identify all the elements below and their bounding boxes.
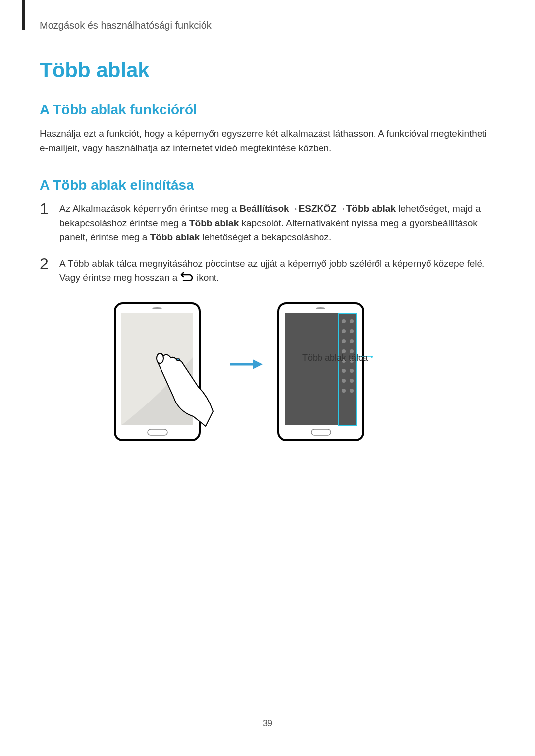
back-icon	[180, 271, 194, 286]
svg-point-15	[350, 319, 354, 323]
svg-point-11	[316, 307, 325, 309]
header-vertical-rule	[22, 0, 25, 30]
step-1: 1 Az Alkalmazások képernyőn érintse meg …	[40, 202, 495, 245]
step1-arrow2: →	[337, 202, 346, 216]
step1-bold2: ESZKÖZ	[299, 203, 337, 214]
svg-rect-4	[148, 429, 167, 435]
step-2-text: A Több ablak tálca megnyitásához pöccint…	[59, 257, 495, 286]
section-about-title: A Több ablak funkcióról	[40, 102, 500, 118]
caption-text: Több ablak tálca	[302, 353, 368, 363]
figure-illustration: Több ablak tálca	[35, 298, 500, 446]
step1-bold3: Több ablak	[346, 203, 396, 214]
svg-point-18	[342, 339, 346, 343]
svg-rect-12	[311, 429, 331, 435]
step2-pre: A Több ablak tálca megnyitásához pöccint…	[59, 258, 484, 283]
svg-point-6	[157, 353, 163, 363]
step2-post: ikont.	[194, 272, 219, 283]
caption-label: Több ablak tálca	[302, 353, 368, 363]
svg-point-19	[350, 339, 354, 343]
svg-point-14	[342, 319, 346, 323]
svg-point-28	[342, 389, 346, 393]
svg-point-3	[152, 307, 162, 309]
svg-point-31	[371, 356, 373, 358]
step-1-number: 1	[40, 201, 59, 217]
section-about-body: Használja ezt a funkciót, hogy a képerny…	[40, 127, 495, 155]
step1-pre: Az Alkalmazások képernyőn érintse meg a	[59, 203, 239, 214]
step-2-number: 2	[40, 256, 59, 272]
phones-illustration	[109, 298, 426, 446]
svg-point-16	[342, 329, 346, 333]
step1-arrow1: →	[289, 202, 299, 216]
transition-arrow-icon	[230, 359, 263, 369]
svg-point-20	[342, 349, 346, 353]
step1-bold4: Több ablak	[189, 218, 239, 228]
page-number: 39	[0, 718, 535, 729]
step-1-text: Az Alkalmazások képernyőn érintse meg a …	[59, 202, 495, 245]
step1-bold5: Több ablak	[150, 232, 200, 242]
step1-bold1: Beállítások	[239, 203, 289, 214]
section-start-title: A Több ablak elindítása	[40, 177, 500, 193]
svg-point-29	[350, 389, 354, 393]
breadcrumb: Mozgások és használhatósági funkciók	[40, 20, 500, 31]
page-title: Több ablak	[40, 58, 500, 82]
svg-rect-10	[285, 313, 357, 425]
svg-point-17	[350, 329, 354, 333]
step-2: 2 A Több ablak tálca megnyitásához pöcci…	[40, 257, 495, 286]
svg-point-21	[350, 349, 354, 353]
svg-point-26	[342, 379, 346, 383]
svg-point-24	[342, 369, 346, 373]
svg-point-27	[350, 379, 354, 383]
svg-point-25	[350, 369, 354, 373]
step1-post3: lehetőséget a bekapcsoláshoz.	[200, 232, 331, 242]
